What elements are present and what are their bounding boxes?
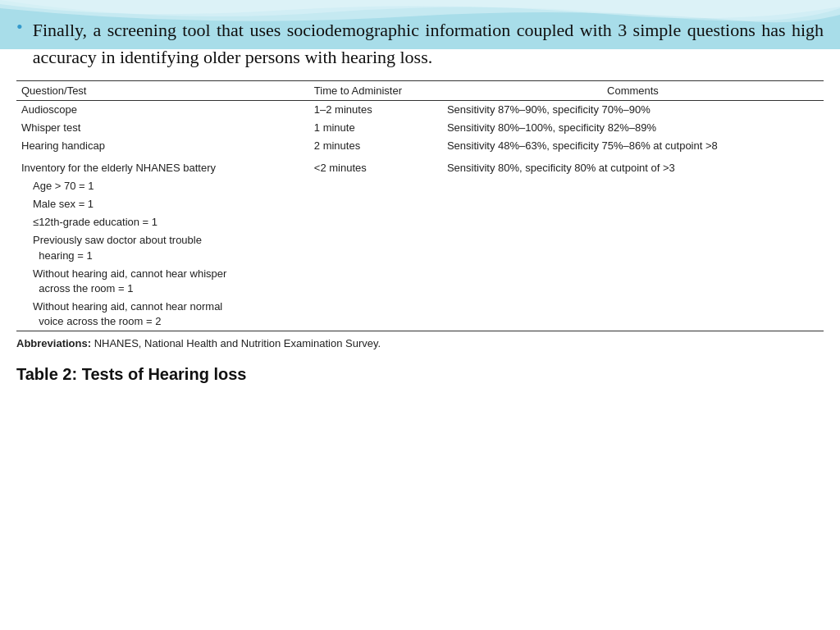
comment-hearing-handicap: Sensitivity 48%–63%, specificity 75%–86%…	[442, 137, 824, 155]
main-content: • Finally, a screening tool that uses so…	[0, 0, 840, 392]
question-audioscope: Audioscope	[16, 101, 309, 120]
table-row: ≤12th-grade education = 1	[16, 213, 824, 231]
inventory-item-2: Male sex = 1	[16, 195, 309, 213]
table-row: Without hearing aid, cannot hear normal …	[16, 298, 824, 331]
comment-whisper: Sensitivity 80%–100%, specificity 82%–89…	[442, 119, 824, 137]
table-footer: Abbreviations: NHANES, National Health a…	[16, 331, 824, 350]
table-row: Previously saw doctor about trouble hear…	[16, 231, 824, 264]
comment-audioscope: Sensitivity 87%–90%, specificity 70%–90%	[442, 101, 824, 120]
table-row: Age > 70 = 1	[16, 177, 824, 195]
table-row: Inventory for the elderly NHANES battery…	[16, 156, 824, 177]
time-hearing-handicap: 2 minutes	[309, 137, 442, 155]
question-inventory: Inventory for the elderly NHANES battery	[16, 156, 309, 177]
inventory-item-5: Without hearing aid, cannot hear whisper…	[16, 265, 309, 298]
time-whisper: 1 minute	[309, 119, 442, 137]
table-row: Hearing handicap 2 minutes Sensitivity 4…	[16, 137, 824, 155]
inventory-item-4: Previously saw doctor about trouble hear…	[16, 231, 309, 264]
bullet-text: Finally, a screening tool that uses soci…	[33, 16, 824, 71]
question-hearing-handicap: Hearing handicap	[16, 137, 309, 155]
table-row: Audioscope 1–2 minutes Sensitivity 87%–9…	[16, 101, 824, 120]
abbreviations-text: NHANES, National Health and Nutrition Ex…	[91, 337, 381, 349]
abbreviations-label: Abbreviations:	[16, 337, 91, 349]
comment-inventory: Sensitivity 80%, specificity 80% at cutp…	[442, 156, 824, 177]
bullet-section: • Finally, a screening tool that uses so…	[16, 12, 824, 71]
abbreviations: Abbreviations: NHANES, National Health a…	[16, 337, 381, 349]
col-header-comments: Comments	[442, 81, 824, 101]
table-row: Without hearing aid, cannot hear whisper…	[16, 265, 824, 298]
inventory-item-1: Age > 70 = 1	[16, 177, 309, 195]
bullet-dot: •	[16, 18, 23, 36]
col-header-question: Question/Test	[16, 81, 309, 101]
col-header-time: Time to Administer	[309, 81, 442, 101]
inventory-item-6: Without hearing aid, cannot hear normal …	[16, 298, 309, 331]
table-row: Male sex = 1	[16, 195, 824, 213]
table-row: Whisper test 1 minute Sensitivity 80%–10…	[16, 119, 824, 137]
time-inventory: <2 minutes	[309, 156, 442, 177]
time-audioscope: 1–2 minutes	[309, 101, 442, 120]
question-whisper: Whisper test	[16, 119, 309, 137]
table-title: Table 2: Tests of Hearing loss	[16, 365, 824, 384]
hearing-tests-table: Question/Test Time to Administer Comment…	[16, 80, 824, 350]
inventory-item-3: ≤12th-grade education = 1	[16, 213, 309, 231]
